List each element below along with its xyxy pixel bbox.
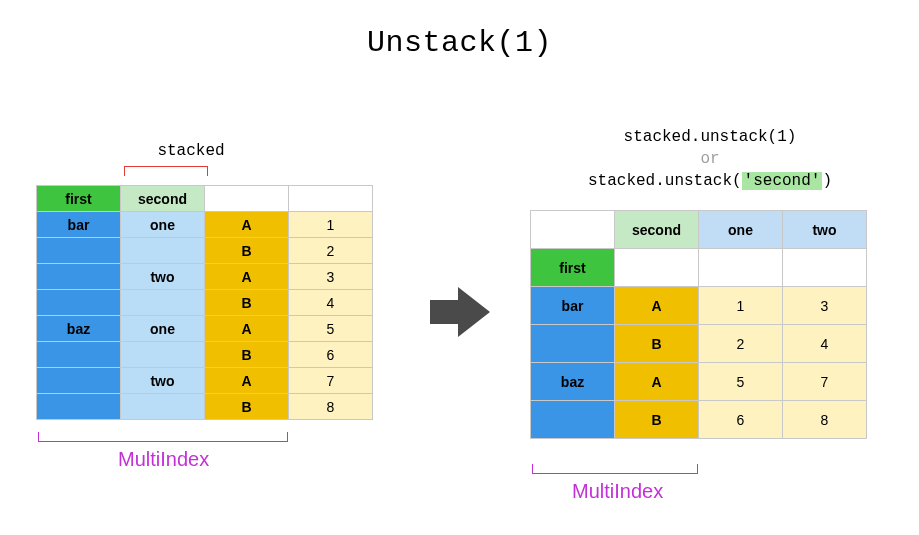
idx-third: B [205,238,289,264]
val: 2 [289,238,373,264]
val: 8 [783,401,867,439]
val: 7 [289,368,373,394]
idx-third: B [205,290,289,316]
unstacked-table: second one two first barA13 B24 bazA57 B… [530,210,867,439]
idx-second [121,238,205,264]
col-two: two [783,211,867,249]
col-one: one [699,211,783,249]
hdr-second: second [121,186,205,212]
idx-first [531,325,615,363]
stacked-label: stacked [131,142,251,160]
idx-second: B [615,325,699,363]
val: 6 [289,342,373,368]
idx-first: bar [531,287,615,325]
idx-third: A [205,316,289,342]
idx-first [531,401,615,439]
page-title: Unstack(1) [0,26,919,60]
code-block: stacked.unstack(1) or stacked.unstack('s… [530,126,890,192]
multiindex-label-right: MultiIndex [572,480,663,503]
stacked-bracket [124,166,208,176]
multiindex-bracket-left [38,432,288,442]
idx-second: B [615,401,699,439]
idx-first [37,342,121,368]
val: 3 [783,287,867,325]
code-line2-pre: stacked.unstack( [588,172,742,190]
idx-first [37,394,121,420]
col-name-second: second [615,211,699,249]
idx-second [121,290,205,316]
blank [531,211,615,249]
code-or: or [530,148,890,170]
blank [783,249,867,287]
blank [205,186,289,212]
idx-first [37,238,121,264]
idx-name-first: first [531,249,615,287]
idx-first [37,368,121,394]
val: 4 [783,325,867,363]
idx-third: B [205,342,289,368]
code-line2: stacked.unstack('second') [530,170,890,192]
val: 5 [699,363,783,401]
idx-second [121,342,205,368]
code-line2-highlight: 'second' [742,172,823,190]
val: 4 [289,290,373,316]
stacked-table: first second baroneA1 B2 twoA3 B4 bazone… [36,185,373,420]
idx-first: bar [37,212,121,238]
blank [615,249,699,287]
val: 7 [783,363,867,401]
idx-second: two [121,264,205,290]
idx-first [37,290,121,316]
multiindex-bracket-right [532,464,698,474]
val: 8 [289,394,373,420]
idx-second: A [615,363,699,401]
blank [699,249,783,287]
val: 5 [289,316,373,342]
idx-first: baz [37,316,121,342]
val: 1 [289,212,373,238]
idx-third: A [205,212,289,238]
multiindex-label-left: MultiIndex [118,448,209,471]
idx-second: one [121,212,205,238]
idx-first [37,264,121,290]
code-line1: stacked.unstack(1) [530,126,890,148]
code-line2-post: ) [822,172,832,190]
idx-third: A [205,368,289,394]
idx-third: B [205,394,289,420]
val: 1 [699,287,783,325]
idx-second: A [615,287,699,325]
val: 6 [699,401,783,439]
idx-first: baz [531,363,615,401]
idx-second: two [121,368,205,394]
hdr-first: first [37,186,121,212]
blank [289,186,373,212]
val: 3 [289,264,373,290]
idx-third: A [205,264,289,290]
idx-second [121,394,205,420]
val: 2 [699,325,783,363]
idx-second: one [121,316,205,342]
